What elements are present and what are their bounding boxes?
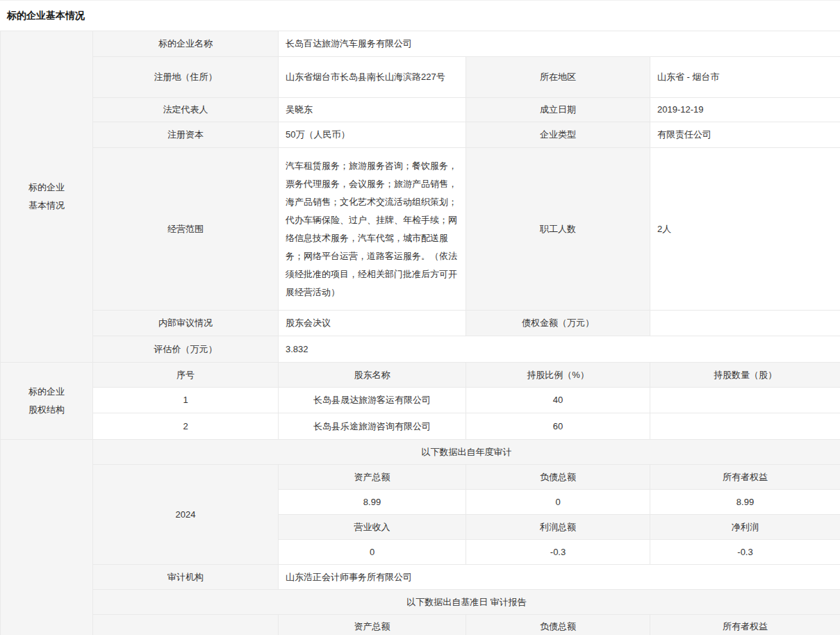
field-value-company-name: 长岛百达旅游汽车服务有限公司 [279,31,840,57]
equity-row-ratio: 60 [466,413,650,440]
field-label-registered-address: 注册地（住所） [93,57,279,98]
equity-header-ratio: 持股比例（%） [466,363,650,388]
field-value-internal-review: 股东会决议 [279,311,466,336]
field-value-registered-capital: 50万（人民币） [279,122,466,148]
audit-baseline-header-owner-equity: 所有者权益 [650,615,840,635]
table-row: 注册地（住所） 山东省烟台市长岛县南长山海滨路227号 所在地区 山东省 - 烟… [1,57,840,98]
equity-row-no: 2 [93,413,279,440]
field-value-debt-amount [650,311,840,336]
group-label-equity-line2: 股权结构 [8,401,85,419]
table-row: 2024 资产总额 负债总额 所有者权益 [1,465,840,490]
field-label-internal-review: 内部审议情况 [93,311,279,336]
audit-baseline-empty-cell [93,615,279,635]
table-row: 2 长岛县乐途旅游咨询有限公司 60 [1,413,840,440]
equity-header-no: 序号 [93,363,279,388]
table-row: 以下数据出自年度审计 [1,440,840,465]
table-row: 1 长岛县晟达旅游客运有限公司 40 [1,388,840,413]
group-label-basic-info: 标的企业 基本情况 [1,31,93,363]
audit-value-total-profit: -0.3 [466,540,650,565]
audit-agency-label: 审计机构 [93,565,279,590]
field-value-registered-address: 山东省烟台市长岛县南长山海滨路227号 [279,57,466,98]
audit-header-owner-equity: 所有者权益 [650,465,840,490]
table-row: 标的企业 基本情况 标的企业名称 长岛百达旅游汽车服务有限公司 [1,31,840,57]
audit-value-total-assets: 8.99 [279,490,466,515]
group-label-equity-line1: 标的企业 [8,383,85,401]
group-label-equity-structure: 标的企业 股权结构 [1,363,93,440]
table-row: 以下数据出自基准日 审计报告 [1,590,840,615]
table-row: 标的企业 股权结构 序号 股东名称 持股比例（%） 持股数量（股） [1,363,840,388]
equity-row-shares [650,388,840,413]
equity-row-ratio: 40 [466,388,650,413]
audit-header-net-profit: 净利润 [650,515,840,540]
audit-baseline-header-total-liabilities: 负债总额 [466,615,650,635]
field-value-region: 山东省 - 烟台市 [650,57,840,98]
audit-agency-value: 山东浩正会计师事务所有限公司 [279,565,840,590]
table-row: 内部审议情况 股东会决议 债权金额（万元） [1,311,840,336]
equity-header-shareholder-name: 股东名称 [279,363,466,388]
audit-header-total-assets: 资产总额 [279,465,466,490]
table-row: 评估价（万元） 3.832 [1,336,840,363]
audit-value-total-liabilities: 0 [466,490,650,515]
audit-header-revenue: 营业收入 [279,515,466,540]
group-label-basic-line2: 基本情况 [8,197,85,215]
field-label-registered-capital: 注册资本 [93,122,279,148]
audit-header-total-liabilities: 负债总额 [466,465,650,490]
group-label-audit-empty [1,440,93,635]
equity-row-shareholder-name: 长岛县晟达旅游客运有限公司 [279,388,466,413]
table-row: 经营范围 汽车租赁服务；旅游服务咨询；餐饮服务，票务代理服务，会议服务；旅游产品… [1,148,840,311]
field-label-legal-representative: 法定代表人 [93,98,279,122]
audit-value-revenue: 0 [279,540,466,565]
equity-row-shareholder-name: 长岛县乐途旅游咨询有限公司 [279,413,466,440]
field-value-employees: 2人 [650,148,840,311]
table-row: 法定代表人 吴晓东 成立日期 2019-12-19 [1,98,840,122]
equity-header-shares: 持股数量（股） [650,363,840,388]
field-label-region: 所在地区 [466,57,650,98]
audit-baseline-title: 以下数据出自基准日 审计报告 [93,590,840,615]
audit-header-total-profit: 利润总额 [466,515,650,540]
field-label-established-date: 成立日期 [466,98,650,122]
enterprise-info-table: 标的企业 基本情况 标的企业名称 长岛百达旅游汽车服务有限公司 注册地（住所） … [0,31,840,635]
field-label-business-scope: 经营范围 [93,148,279,311]
field-label-appraisal-price: 评估价（万元） [93,336,279,363]
field-label-company-name: 标的企业名称 [93,31,279,57]
field-label-employees: 职工人数 [466,148,650,311]
table-row: 审计机构 山东浩正会计师事务所有限公司 [1,565,840,590]
field-value-business-scope: 汽车租赁服务；旅游服务咨询；餐饮服务，票务代理服务，会议服务；旅游产品销售，海产… [279,148,466,311]
field-value-company-type: 有限责任公司 [650,122,840,148]
field-value-appraisal-price: 3.832 [279,336,840,363]
field-value-established-date: 2019-12-19 [650,98,840,122]
equity-row-no: 1 [93,388,279,413]
table-row: 资产总额 负债总额 所有者权益 [1,615,840,635]
audit-annual-title: 以下数据出自年度审计 [93,440,840,465]
field-value-legal-representative: 吴晓东 [279,98,466,122]
audit-year-cell: 2024 [93,465,279,565]
audit-value-net-profit: -0.3 [650,540,840,565]
field-label-company-type: 企业类型 [466,122,650,148]
page-title: 标的企业基本情况 [0,1,840,31]
audit-value-owner-equity: 8.99 [650,490,840,515]
audit-baseline-header-total-assets: 资产总额 [279,615,466,635]
table-row: 注册资本 50万（人民币） 企业类型 有限责任公司 [1,122,840,148]
group-label-basic-line1: 标的企业 [8,179,85,197]
field-label-debt-amount: 债权金额（万元） [466,311,650,336]
equity-row-shares [650,413,840,440]
